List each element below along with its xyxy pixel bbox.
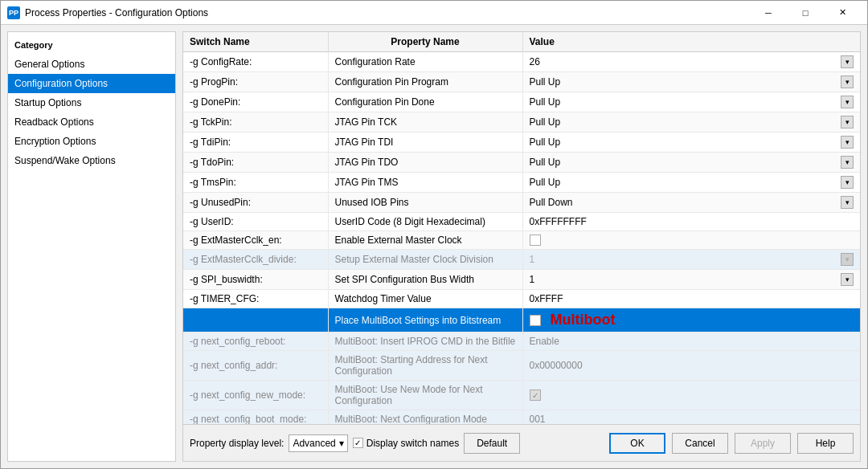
property-display-label: Property display level: [190, 438, 284, 449]
property-name-cell: MultiBoot: Starting Address for Next Con… [328, 351, 522, 381]
switch-name-cell: -g TdiPin: [183, 133, 328, 153]
sidebar-config-label: Configuration Options [14, 78, 108, 89]
dropdown-arrow[interactable]: ▾ [841, 196, 854, 209]
table-row: -g ProgPin:Configuration Pin ProgramPull… [183, 72, 860, 92]
property-name-cell: Place MultiBoot Settings into Bitstream [328, 308, 522, 332]
title-bar: PP Process Properties - Configuration Op… [1, 1, 867, 25]
value-text: Enable [530, 336, 559, 347]
sidebar-general-label: General Options [14, 59, 84, 70]
switch-name-cell: -g TdoPin: [183, 153, 328, 173]
col-header-property: Property Name [328, 32, 522, 52]
value-cell: Pull Up▾ [522, 153, 860, 173]
table-row: -g ConfigRate:Configuration Rate26▾ [183, 52, 860, 72]
value-cell: 001 [522, 410, 860, 425]
cancel-button[interactable]: Cancel [672, 433, 728, 454]
sidebar-item-readback-options[interactable]: Readback Options [8, 112, 175, 132]
value-text: 0xFFFFFFFF [530, 216, 587, 227]
window-title: Process Properties - Configuration Optio… [25, 7, 208, 18]
value-checkbox[interactable]: ✓ [530, 389, 541, 401]
property-name-cell: JTAG Pin TDI [328, 133, 522, 153]
main-window: PP Process Properties - Configuration Op… [0, 0, 868, 469]
property-name-cell: MultiBoot: Use New Mode for Next Configu… [328, 381, 522, 410]
apply-button[interactable]: Apply [735, 433, 791, 454]
property-name-cell: Configuration Rate [328, 52, 522, 72]
property-name-cell: Set SPI Configuration Bus Width [328, 270, 522, 290]
dropdown-arrow[interactable]: ▾ [841, 55, 854, 68]
value-checkbox[interactable] [530, 234, 541, 246]
table-row: -g TdoPin:JTAG Pin TDOPull Up▾ [183, 153, 860, 173]
property-name-cell: JTAG Pin TDO [328, 153, 522, 173]
table-container[interactable]: Switch Name Property Name Value -g Confi… [183, 32, 860, 424]
ok-button[interactable]: OK [609, 433, 665, 454]
value-cell: 26▾ [522, 52, 860, 72]
dropdown-arrow[interactable]: ▾ [841, 253, 854, 266]
value-cell: Multiboot [522, 308, 860, 332]
display-level-value: Advanced [293, 438, 335, 449]
value-text: Pull Up [530, 177, 838, 188]
dropdown-arrow[interactable]: ▾ [841, 156, 854, 169]
value-text: Pull Up [530, 116, 838, 128]
minimize-button[interactable]: ─ [750, 5, 787, 21]
switch-name-cell: -g next_config_addr: [183, 351, 328, 381]
default-button[interactable]: Default [464, 433, 520, 454]
value-text: Pull Up [530, 157, 838, 168]
sidebar-item-suspend-wake-options[interactable]: Suspend/Wake Options [8, 151, 175, 170]
table-row: -g TmsPin:JTAG Pin TMSPull Up▾ [183, 173, 860, 193]
value-checkbox[interactable] [530, 315, 541, 326]
display-switch-names-checkbox[interactable]: ✓ [353, 438, 363, 448]
dropdown-arrow[interactable]: ▾ [841, 116, 854, 128]
value-cell: Pull Up▾ [522, 92, 860, 112]
value-text: Pull Down [530, 197, 838, 208]
value-cell: Pull Up▾ [522, 173, 860, 193]
property-name-cell: Configuration Pin Done [328, 92, 522, 112]
sidebar-item-general-options[interactable]: General Options [8, 55, 175, 74]
value-cell: 1▾ [522, 250, 860, 270]
sidebar-encryption-label: Encryption Options [14, 136, 96, 147]
table-row: -g next_config_new_mode:MultiBoot: Use N… [183, 381, 860, 410]
switch-name-cell: -g next_config_new_mode: [183, 381, 328, 410]
property-name-cell: MultiBoot: Insert IPROG CMD in the Bitfi… [328, 332, 522, 351]
switch-name-cell: -g TckPin: [183, 112, 328, 133]
switch-name-cell: -g DonePin: [183, 92, 328, 112]
value-cell [522, 231, 860, 250]
value-text: 1 [530, 274, 838, 285]
value-cell: Pull Down▾ [522, 193, 860, 213]
dropdown-arrow[interactable]: ▾ [841, 273, 854, 286]
value-cell: 1▾ [522, 270, 860, 290]
display-level-select[interactable]: Advanced ▾ [289, 434, 347, 452]
switch-name-cell: -g next_config_boot_mode: [183, 410, 328, 425]
value-text: Pull Up [530, 96, 838, 108]
switch-name-cell: -g ExtMasterCclk_divide: [183, 250, 328, 270]
display-level-arrow: ▾ [339, 438, 344, 449]
switch-name-cell: -g TmsPin: [183, 173, 328, 193]
maximize-button[interactable]: □ [787, 5, 824, 21]
property-name-cell: Enable External Master Clock [328, 231, 522, 250]
switch-name-cell: -g SPI_buswidth: [183, 270, 328, 290]
table-row: -g ExtMasterCclk_divide:Setup External M… [183, 250, 860, 270]
sidebar: Category General Options Configuration O… [7, 31, 176, 462]
dropdown-arrow[interactable]: ▾ [841, 136, 854, 149]
switch-name-cell: -g TIMER_CFG: [183, 290, 328, 308]
table-row: -g ExtMasterCclk_en:Enable External Mast… [183, 231, 860, 250]
help-button[interactable]: Help [797, 433, 854, 454]
property-name-cell: Configuration Pin Program [328, 72, 522, 92]
sidebar-item-startup-options[interactable]: Startup Options [8, 93, 175, 112]
dropdown-arrow[interactable]: ▾ [841, 96, 854, 108]
sidebar-title: Category [8, 37, 175, 55]
property-name-cell: UserID Code (8 Digit Hexadecimal) [328, 213, 522, 231]
close-button[interactable]: ✕ [824, 5, 861, 21]
sidebar-readback-label: Readback Options [14, 116, 94, 128]
switch-name-cell: -g UnusedPin: [183, 193, 328, 213]
switch-name-cell: -g next_config_reboot: [183, 332, 328, 351]
dropdown-arrow[interactable]: ▾ [841, 176, 854, 189]
dropdown-arrow[interactable]: ▾ [841, 75, 854, 88]
property-name-cell: Watchdog Timer Value [328, 290, 522, 308]
sidebar-item-encryption-options[interactable]: Encryption Options [8, 132, 175, 151]
multiboot-label: Multiboot [551, 312, 616, 328]
switch-name-cell: -g UserID: [183, 213, 328, 231]
switch-name-cell [183, 308, 328, 332]
table-row: -g TIMER_CFG:Watchdog Timer Value0xFFFF [183, 290, 860, 308]
main-panel: Switch Name Property Name Value -g Confi… [182, 31, 861, 462]
sidebar-item-configuration-options[interactable]: Configuration Options [8, 74, 175, 93]
property-name-cell: Setup External Master Clock Division [328, 250, 522, 270]
